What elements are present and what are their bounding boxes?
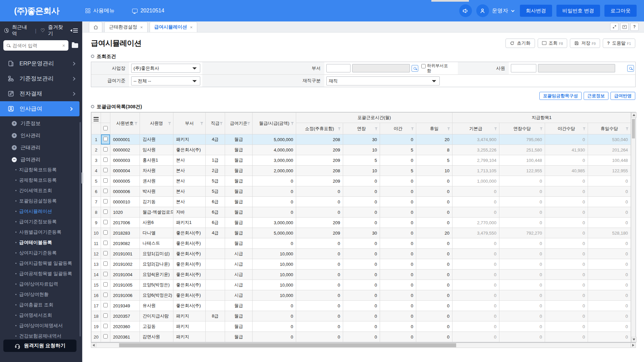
sidebar-item-4[interactable]: 인사급여	[0, 101, 79, 116]
menu-leaf-16[interactable]: 급여/상여이체명세서	[0, 320, 82, 331]
sub-column-header-1-1[interactable]: 소정(주휴포함)	[296, 123, 343, 134]
search-input[interactable]	[12, 43, 60, 48]
menu-leaf-11[interactable]: 급여공제항목별 일괄등록	[0, 268, 82, 279]
menu-leaf-12[interactable]: 급여/상여자료입력	[0, 279, 82, 289]
employee-search-button[interactable]	[627, 65, 634, 72]
sidebar-scrollbar-thumb[interactable]	[79, 122, 81, 337]
row-checkbox[interactable]	[103, 303, 108, 307]
sidebar-collapse-button[interactable]	[70, 28, 78, 33]
row-checkbox[interactable]	[103, 282, 108, 287]
usage-menu-button[interactable]: 사용메뉴	[86, 7, 115, 14]
menu-leaf-2[interactable]: 공제항목코드등록	[0, 175, 82, 185]
sub-column-header-1-4[interactable]: 휴일	[416, 123, 452, 134]
row-checkbox[interactable]	[103, 189, 108, 193]
column-header-4[interactable]: 직급	[206, 113, 225, 134]
column-header-3[interactable]: 부서	[173, 113, 206, 134]
change-company-button[interactable]: 회사변경	[520, 5, 552, 17]
row-checkbox[interactable]	[103, 199, 108, 203]
sidebar-item-1[interactable]: ERP운영관리	[0, 56, 82, 71]
row-checkbox[interactable]	[103, 313, 108, 318]
sub-column-header-2-2[interactable]: 연장수당	[499, 123, 545, 134]
tab-close-icon[interactable]: ×	[190, 25, 193, 30]
scroll-up-button[interactable]	[631, 112, 637, 118]
department-search-button[interactable]	[412, 65, 418, 72]
sidebar-item-3[interactable]: 전자결재	[0, 86, 82, 101]
menu-leaf-9[interactable]: 상여지급기준등록	[0, 248, 82, 258]
folder-icon[interactable]	[72, 43, 78, 48]
table-row[interactable]: 1220191001요양1(김미성)좋은회사(주)시급10,0000000000…	[92, 249, 631, 259]
row-checkbox[interactable]	[103, 334, 108, 339]
help-button[interactable]: ?도움말F1	[603, 39, 635, 48]
row-checkbox[interactable]	[103, 324, 108, 328]
table-row[interactable]: 92017006사원6패키지16급월급3,000,0002090002,770,…	[92, 218, 631, 228]
department-name-input[interactable]	[352, 64, 410, 72]
column-header-2[interactable]: 사원명	[140, 113, 173, 134]
menu-leaf-15[interactable]: 급여명세서조회	[0, 310, 82, 320]
column-header-1[interactable]: 사원번호	[110, 113, 140, 134]
filter-icon[interactable]	[247, 122, 250, 125]
expand-button[interactable]	[610, 23, 619, 31]
table-row[interactable]: 30000003홍사원1본사1급월급3,000,0002095052,799,1…	[92, 155, 631, 166]
sub-column-header-1-2[interactable]: 연장	[343, 123, 380, 134]
filter-icon[interactable]	[494, 127, 497, 130]
menu-leaf-10[interactable]: 급여지급항목별 일괄등록	[0, 258, 82, 268]
menu-leaf-13[interactable]: 급여/상여현황	[0, 289, 82, 300]
tree-item-4[interactable]: −급여관리	[0, 155, 82, 165]
menu-leaf-3[interactable]: 간이세액표조회	[0, 185, 82, 196]
sub-column-header-2-4[interactable]: 휴일수당	[588, 123, 631, 134]
tree-item-3[interactable]: +근태관리	[0, 142, 82, 153]
scroll-down-button[interactable]	[631, 337, 637, 342]
logout-button[interactable]: 로그아웃	[604, 5, 637, 17]
select-all-checkbox[interactable]	[103, 126, 108, 130]
row-checkbox[interactable]	[103, 261, 108, 266]
close-all-tabs-button[interactable]: ×	[620, 23, 629, 31]
filter-icon[interactable]	[338, 127, 341, 130]
filter-icon[interactable]	[200, 122, 203, 125]
reset-button[interactable]: 초기화	[505, 39, 535, 48]
remote-support-button[interactable]: 원격지원 요청하기	[3, 340, 76, 352]
department-code-input[interactable]	[326, 64, 351, 72]
row-checkbox[interactable]	[103, 220, 108, 224]
filter-icon[interactable]	[375, 127, 378, 130]
horizontal-scroll-thumb[interactable]	[119, 343, 456, 347]
filter-icon[interactable]	[220, 122, 223, 125]
tab-salary-simulation[interactable]: 급여시뮬레이션 ×	[150, 22, 198, 32]
menu-leaf-1[interactable]: 지급항목코드등록	[0, 165, 82, 175]
table-row[interactable]: 202020361감면사원패키지월급000000000	[92, 332, 631, 342]
favorites-link[interactable]: 즐겨찾기	[48, 24, 67, 37]
menu-leaf-6[interactable]: 급여기준정보등록	[0, 217, 82, 227]
include-subdept-checkbox[interactable]	[421, 64, 426, 68]
company-logo[interactable]: (주)좋은회사	[14, 5, 59, 16]
row-checkbox[interactable]	[103, 209, 108, 214]
user-menu[interactable]: 운영자	[476, 4, 514, 17]
vertical-scrollbar[interactable]	[631, 112, 636, 342]
row-checkbox[interactable]	[103, 251, 108, 255]
filter-icon[interactable]	[168, 122, 171, 125]
table-row[interactable]: 1620191006요양6(박정은2)좋은회사(주)시급10,000000000…	[92, 290, 631, 301]
pay-basis-select[interactable]: -- 전체 --	[131, 76, 200, 85]
sub-column-header-1-3[interactable]: 야간	[380, 123, 416, 134]
column-header-6[interactable]: 월급/시급(금액)	[253, 113, 296, 134]
table-row[interactable]: 182020357간이지급사람패키지8급월급000000000	[92, 311, 631, 321]
table-row[interactable]: 1520191005요양5(박정은)좋은회사(주)시급10,0000000000…	[92, 280, 631, 290]
workplace-select[interactable]: (주)좋은회사	[131, 64, 200, 73]
grid-menu-button[interactable]	[92, 113, 101, 123]
menu-leaf-5[interactable]: 급여시뮬레이션	[0, 206, 82, 217]
inclusive-wage-config-button[interactable]: 포괄임금항목구성	[539, 92, 582, 100]
horizontal-scrollbar[interactable]	[91, 343, 636, 348]
table-row[interactable]: 192020360고길동패키지월급000000000	[92, 321, 631, 332]
menu-leaf-8[interactable]: 급여테이블등록	[0, 237, 82, 248]
recent-history-link[interactable]: 최근내역	[12, 24, 31, 37]
vertical-scroll-thumb[interactable]	[632, 119, 635, 138]
filter-icon[interactable]	[135, 122, 138, 125]
tree-item-2[interactable]: +인사관리	[0, 130, 82, 140]
employee-name-input[interactable]	[538, 64, 615, 72]
filter-icon[interactable]	[447, 127, 450, 130]
scroll-left-button[interactable]	[91, 343, 96, 348]
sub-column-header-2-1[interactable]: 기본급	[452, 123, 499, 134]
table-row[interactable]: 112019082나테스트좋은회사(주)월급000000000	[92, 238, 631, 249]
table-row[interactable]: 10000001김사원패키지4급월급5,000,000208300203,474…	[92, 134, 631, 145]
tab-attendance-settings[interactable]: 근태환경설정 ×	[104, 22, 148, 32]
row-checkbox[interactable]	[103, 241, 108, 245]
filter-icon[interactable]	[583, 127, 586, 130]
